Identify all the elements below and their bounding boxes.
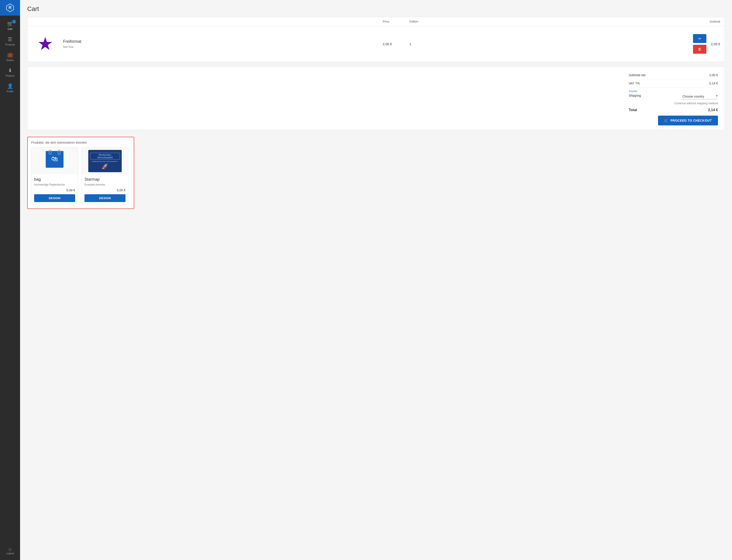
cart-item-subtotal: 2,00 € [711,42,720,46]
sidebar-item-label: Cart [8,28,12,30]
sidebar: R 🛒 1 Cart ☰ Products 💼 Orders ⬇ Project… [0,0,20,560]
country-select-wrapper[interactable]: Choose country Germany Austria Switzerla… [682,94,718,99]
vat-label: VAT 7% [629,82,640,85]
rec-card-starmap: Deutsches Vorschaubild Entdeckung neuer … [82,147,128,205]
rec-card-bag-image: 🛍 [31,148,78,174]
sidebar-item-label: Products [5,43,15,46]
logout-label: Logout [6,552,14,555]
rec-bag-design-button[interactable]: DESIGN [34,194,75,202]
cart-summary: Subtotal net 2,00 € VAT 7% 0,14 € Countr… [27,66,725,130]
rec-card-starmap-name: Starmap [84,177,125,182]
shipping-label: Shipping [629,94,641,97]
table-row: ★ Freiformat feel free 2,00 € 1 ✏ 🗑 2,00… [27,26,725,62]
edition-header: Edition [410,20,436,23]
total-value: 2,14 € [708,108,718,112]
product-subtitle: feel free [63,45,81,49]
starmap-svg: Deutsches Vorschaubild Entdeckung neuer … [88,150,122,172]
profile-icon: 👤 [7,83,13,89]
cart-item-edition: 1 [410,42,436,46]
cart-table: Price Edition Subtotal ★ Freiformat feel… [27,17,725,62]
recommendations-section: Produkte, die dich interessieren könnten… [27,137,134,209]
subtotal-net-value: 2,00 € [709,73,718,77]
vat-value: 0,14 € [709,82,718,85]
sidebar-item-cart[interactable]: 🛒 1 Cart [0,18,20,33]
rec-card-bag-price: 0,49 € [34,188,75,192]
subtotal-net-row: Subtotal net 2,00 € [629,71,718,79]
no-shipping-message: Continue without shipping method [629,102,718,105]
rec-card-bag-name: bag [34,177,75,182]
vat-row: VAT 7% 0,14 € [629,79,718,88]
total-label: Total [629,108,637,112]
starmap-figure: 🚀 [102,163,108,170]
country-select[interactable]: Choose country Germany Austria Switzerla… [682,94,718,99]
product-name: Freiformat [63,39,81,44]
country-label: Country [629,90,718,92]
subtotal-net-label: Subtotal net [629,73,646,77]
checkout-button[interactable]: 🛒 PROCEED TO CHECKOUT [658,116,718,125]
sidebar-item-label: Projects [6,74,14,77]
rec-card-starmap-desc: Example preview [84,183,125,186]
page-title: Cart [27,5,725,12]
main-content: Cart Price Edition Subtotal ★ Freiformat… [20,0,732,560]
cart-item-price: 2,00 € [383,42,410,46]
svg-text:R: R [9,5,12,10]
recommendations-cards: 🛍 bag hochwertige Papiertasche 0,49 € DE… [31,147,130,205]
shipping-row: Shipping Choose country Germany Austria … [629,92,718,101]
star-icon: ★ [37,35,53,53]
recommendations-title: Produkte, die dich interessieren könnten [31,141,130,144]
rec-card-starmap-body: Starmap Example preview 5,00 € DESIGN [82,174,128,205]
rec-card-starmap-price: 5,00 € [84,188,125,192]
cart-checkout-icon: 🛒 [664,119,668,122]
logout-button[interactable]: ⬛ Logout [0,545,20,558]
rec-card-bag: 🛍 bag hochwertige Papiertasche 0,49 € DE… [31,147,78,205]
starmap-title: Deutsches Vorschaubild [90,153,120,159]
sidebar-item-label: Profile [6,90,13,93]
sidebar-item-profile[interactable]: 👤 Profile [0,80,20,96]
rec-card-bag-body: bag hochwertige Papiertasche 0,49 € DESI… [31,174,78,205]
cart-item-actions: ✏ 🗑 [693,34,706,54]
cart-badge: 1 [12,20,16,24]
subtotal-header: Subtotal [436,20,720,23]
product-thumbnail: ★ [32,31,59,57]
projects-icon: ⬇ [8,68,12,74]
sidebar-item-orders[interactable]: 💼 Orders [0,49,20,65]
sidebar-item-label: Orders [6,59,14,61]
sidebar-item-products[interactable]: ☰ Products [0,33,20,49]
rec-card-bag-desc: hochwertige Papiertasche [34,183,75,186]
product-details: Freiformat feel free [63,39,81,49]
rec-starmap-design-button[interactable]: DESIGN [84,194,125,202]
product-info: ★ Freiformat feel free [32,31,99,57]
logout-icon: ⬛ [8,548,12,551]
sidebar-logo[interactable]: R [0,0,20,16]
edit-item-button[interactable]: ✏ [693,34,706,43]
starmap-subtitle: Entdeckung neuer Dimensionen. [92,160,118,162]
total-row: Total 2,14 € [629,105,718,113]
bag-svg: 🛍 [42,150,67,172]
price-header: Price [383,20,410,23]
delete-item-button[interactable]: 🗑 [693,45,706,54]
sidebar-item-projects[interactable]: ⬇ Projects [0,65,20,80]
checkout-label: PROCEED TO CHECKOUT [671,119,712,122]
svg-text:🛍: 🛍 [51,155,58,162]
orders-icon: 💼 [7,52,13,58]
rec-card-starmap-image: Deutsches Vorschaubild Entdeckung neuer … [82,148,128,174]
products-icon: ☰ [8,37,12,42]
cart-table-header: Price Edition Subtotal [27,17,725,26]
